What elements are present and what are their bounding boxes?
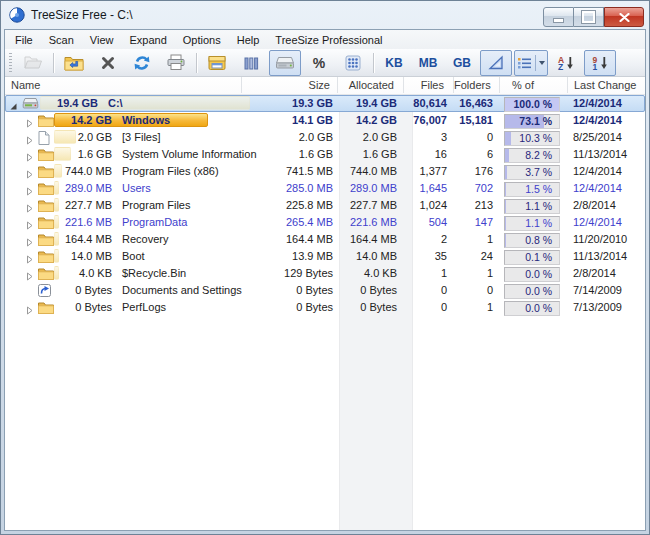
cell-name: 221.6 MBProgramData <box>5 214 260 231</box>
percent-bar: 0.8 % <box>504 233 560 248</box>
table-row[interactable]: 289.0 MBUsers285.0 MB289.0 MB1,6457021.5… <box>5 180 645 197</box>
cell-files: 1 <box>404 265 454 282</box>
dropdown-caret-icon[interactable] <box>535 55 545 71</box>
toolbar-button-view-mode[interactable] <box>514 50 548 76</box>
column-header-size[interactable]: Size <box>242 77 338 93</box>
table-row[interactable]: 0 BytesDocuments and Settings0 Bytes0 By… <box>5 282 645 299</box>
row-size-label: 4.0 KB <box>52 265 112 282</box>
table-row[interactable]: 164.4 MBRecovery164.4 MB164.4 MB210.8 %1… <box>5 231 645 248</box>
table-row[interactable]: 4.0 KB$Recycle.Bin129 Bytes4.0 KB110.0 %… <box>5 265 645 282</box>
cell-folders: 1 <box>454 299 500 316</box>
table-row[interactable]: 14.2 GBWindows14.1 GB14.2 GB76,00715,181… <box>5 112 645 129</box>
cell-folders: 0 <box>454 282 500 299</box>
svg-text:1: 1 <box>592 62 597 71</box>
toolbar-button-details-view[interactable] <box>337 50 369 76</box>
cell-name: 14.0 MBBoot <box>5 248 260 265</box>
expand-toggle-icon[interactable] <box>25 303 34 312</box>
percent-bar: 10.3 % <box>504 131 560 146</box>
toolbar-button-select-directory[interactable] <box>58 50 90 76</box>
tree-rows: 19.4 GBC:\19.3 GB19.4 GB80,61416,463100.… <box>5 95 645 316</box>
toolbar-button-percent-mode[interactable]: % <box>303 50 335 76</box>
row-name-label: Boot <box>122 248 145 265</box>
open-folder-icon <box>23 54 43 71</box>
table-row[interactable]: 227.7 MBProgram Files225.8 MB227.7 MB1,0… <box>5 197 645 214</box>
table-row[interactable]: 1.6 GBSystem Volume Information1.6 GB1.6… <box>5 146 645 163</box>
percent-value: 10.3 % <box>519 132 552 145</box>
row-name-label: Users <box>122 180 151 197</box>
minimize-button[interactable] <box>543 7 574 27</box>
cell-allocated: 19.4 GB <box>338 95 404 112</box>
cell-size: 1.6 GB <box>242 146 338 163</box>
column-header-alloc[interactable]: Allocated <box>338 77 404 93</box>
expand-toggle-icon[interactable] <box>25 167 34 176</box>
percent-bar-fill <box>505 132 511 145</box>
close-button[interactable] <box>604 7 644 27</box>
menu-item-help[interactable]: Help <box>229 32 268 48</box>
menu-item-file[interactable]: File <box>7 32 41 48</box>
table-row[interactable]: 14.0 MBBoot13.9 MB14.0 MB35240.1 %11/13/… <box>5 248 645 265</box>
toolbar-button-print[interactable] <box>160 50 192 76</box>
row-name-label: ProgramData <box>122 214 187 231</box>
row-name-label: Recovery <box>122 231 168 248</box>
expand-toggle-icon[interactable] <box>25 184 34 193</box>
expand-toggle-icon[interactable] <box>25 116 34 125</box>
expand-toggle-icon[interactable] <box>25 252 34 261</box>
table-row[interactable]: 0 BytesPerfLogs0 Bytes0 Bytes010.0 %7/13… <box>5 299 645 316</box>
percent-bar: 1.1 % <box>504 216 560 231</box>
cell-allocated: 0 Bytes <box>338 299 404 316</box>
expand-toggle-icon[interactable] <box>25 269 34 278</box>
toolbar-button-delete[interactable] <box>92 50 124 76</box>
expand-toggle-icon[interactable] <box>25 150 34 159</box>
drive-icon <box>275 55 295 70</box>
expand-toggle-icon[interactable] <box>25 218 34 227</box>
cell-files: 16 <box>404 146 454 163</box>
column-header-date[interactable]: Last Change <box>568 77 645 93</box>
expand-toggle-icon[interactable] <box>25 133 34 142</box>
toolbar-button-unit-gb[interactable]: GB <box>446 50 478 76</box>
menu-item-scan[interactable]: Scan <box>41 32 82 48</box>
maximize-button[interactable] <box>574 7 604 27</box>
cell-last-change: 11/20/2010 <box>568 231 645 248</box>
toolbar-grip[interactable] <box>9 53 12 73</box>
menu-item-treesize-professional[interactable]: TreeSize Professional <box>267 32 390 48</box>
toolbar-button-bar-view[interactable] <box>235 50 267 76</box>
toolbar-button-open-report[interactable] <box>17 50 49 76</box>
expand-toggle-icon[interactable] <box>25 235 34 244</box>
table-row[interactable]: 221.6 MBProgramData265.4 MB221.6 MB50414… <box>5 214 645 231</box>
column-header-pct[interactable]: % of Paren... <box>502 77 568 93</box>
toolbar-button-expand[interactable] <box>201 50 233 76</box>
table-row[interactable]: 2.0 GB[3 Files]2.0 GB2.0 GB3010.3 %8/25/… <box>5 129 645 146</box>
row-size-label: 2.0 GB <box>52 129 112 146</box>
cell-last-change: 2/8/2014 <box>568 197 645 214</box>
menu-item-options[interactable]: Options <box>175 32 229 48</box>
row-name-label: Documents and Settings <box>122 282 242 299</box>
toolbar-button-size-mode[interactable] <box>269 50 301 76</box>
table-row[interactable]: 19.4 GBC:\19.3 GB19.4 GB80,61416,463100.… <box>5 95 645 112</box>
row-size-label: 0 Bytes <box>52 282 112 299</box>
triangle-icon <box>487 55 505 71</box>
cell-last-change: 2/8/2014 <box>568 265 645 282</box>
cell-files: 35 <box>404 248 454 265</box>
toolbar-button-sort-alphabetical[interactable]: AZ <box>550 50 582 76</box>
expand-toggle-icon[interactable] <box>25 201 34 210</box>
cell-percent-of-parent: 1.5 % <box>502 180 564 197</box>
percent-bar: 1.5 % <box>504 182 560 197</box>
toolbar-button-refresh[interactable] <box>126 50 158 76</box>
toolbar-button-unit-kb[interactable]: KB <box>378 50 410 76</box>
table-row[interactable]: 744.0 MBProgram Files (x86)741.5 MB744.0… <box>5 163 645 180</box>
toolbar-button-unit-mb[interactable]: MB <box>412 50 444 76</box>
menu-item-expand[interactable]: Expand <box>121 32 174 48</box>
title-bar[interactable]: TreeSize Free - C:\ <box>1 1 649 29</box>
column-header-files[interactable]: Files <box>404 77 454 93</box>
cell-last-change: 11/13/2014 <box>568 248 645 265</box>
cell-percent-of-parent: 0.0 % <box>502 299 564 316</box>
toolbar-button-mixed-units[interactable] <box>480 50 512 76</box>
cell-name: 14.2 GBWindows <box>5 112 260 129</box>
collapse-toggle-icon[interactable] <box>9 99 18 108</box>
toolbar-button-sort-by-size[interactable]: 91 <box>584 50 616 76</box>
column-header-folders[interactable]: Folders <box>454 77 500 93</box>
list-icon <box>517 56 532 70</box>
row-size-label: 0 Bytes <box>52 299 112 316</box>
column-header-name[interactable]: Name <box>5 77 242 93</box>
menu-item-view[interactable]: View <box>82 32 122 48</box>
